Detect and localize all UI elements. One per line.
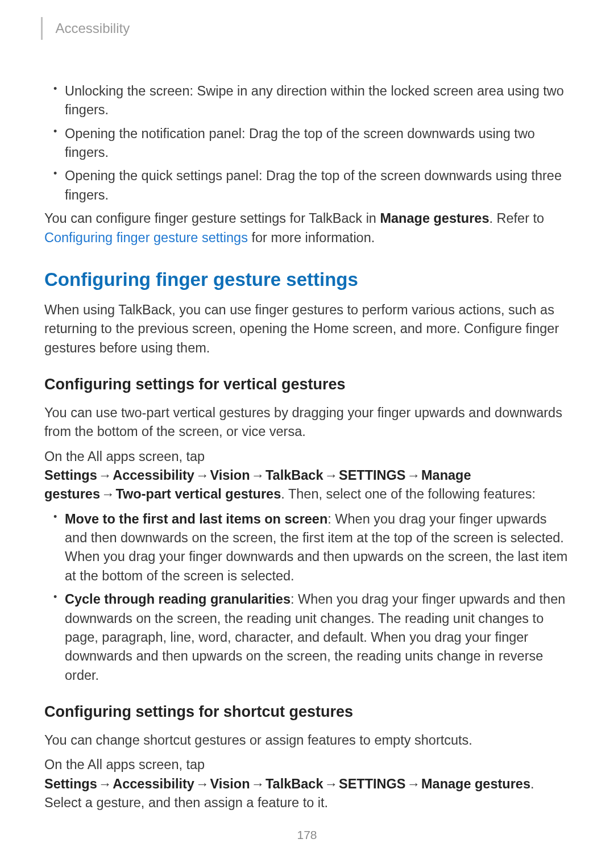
list-item: Opening the quick settings panel: Drag t…: [44, 167, 570, 205]
bold-text: Manage gestures: [380, 211, 489, 226]
nav-step: Vision: [210, 468, 250, 483]
arrow-icon: →: [97, 468, 113, 483]
text-span: You can configure finger gesture setting…: [44, 211, 380, 226]
nav-step: SETTINGS: [339, 468, 406, 483]
nav-step: Settings: [44, 468, 97, 483]
content-area: Unlocking the screen: Swipe in any direc…: [39, 82, 575, 812]
shortcut-para1: You can change shortcut gestures or assi…: [44, 731, 570, 750]
link-configuring-finger-gesture-settings[interactable]: Configuring finger gesture settings: [44, 230, 248, 245]
arrow-icon: →: [405, 468, 421, 483]
list-item: Unlocking the screen: Swipe in any direc…: [44, 82, 570, 120]
vertical-nav-path: On the All apps screen, tap Settings→Acc…: [44, 447, 570, 504]
shortcut-nav-path: On the All apps screen, tap Settings→Acc…: [44, 755, 570, 812]
arrow-icon: →: [250, 468, 266, 483]
arrow-icon: →: [97, 776, 113, 791]
text-span: for more information.: [248, 230, 375, 245]
arrow-icon: →: [323, 468, 339, 483]
bold-text: Move to the first and last items on scre…: [65, 512, 327, 526]
nav-step: Two-part vertical gestures: [115, 487, 281, 501]
header-divider-icon: [41, 17, 43, 40]
bold-text: Cycle through reading granularities: [65, 592, 291, 607]
arrow-icon: →: [323, 776, 339, 791]
nav-step: Accessibility: [113, 468, 194, 483]
vertical-para1: You can use two-part vertical gestures b…: [44, 404, 570, 442]
section-intro-paragraph: When using TalkBack, you can use finger …: [44, 301, 570, 358]
header-category: Accessibility: [55, 20, 130, 36]
nav-step: Settings: [44, 776, 97, 791]
text-span: . Refer to: [489, 211, 544, 226]
arrow-icon: →: [250, 776, 266, 791]
nav-step: Manage gestures: [421, 776, 530, 791]
vertical-bullet-list: Move to the first and last items on scre…: [44, 510, 570, 685]
arrow-icon: →: [194, 468, 210, 483]
text-span: On the All apps screen, tap: [44, 449, 205, 464]
arrow-icon: →: [194, 776, 210, 791]
list-item: Move to the first and last items on scre…: [44, 510, 570, 585]
list-item: Opening the notification panel: Drag the…: [44, 124, 570, 163]
page-container: Accessibility Unlocking the screen: Swip…: [0, 0, 614, 812]
nav-step: SETTINGS: [339, 776, 406, 791]
page-header: Accessibility: [39, 17, 575, 40]
nav-step: Accessibility: [113, 776, 194, 791]
section-heading-configuring-finger-gesture-settings: Configuring finger gesture settings: [44, 269, 570, 290]
arrow-icon: →: [100, 487, 116, 501]
sub-heading-shortcut-gestures: Configuring settings for shortcut gestur…: [44, 703, 570, 721]
config-intro-paragraph: You can configure finger gesture setting…: [44, 209, 570, 247]
text-span: . Then, select one of the following feat…: [281, 487, 536, 501]
nav-step: TalkBack: [265, 468, 323, 483]
nav-step: Vision: [210, 776, 250, 791]
top-bullet-list: Unlocking the screen: Swipe in any direc…: [44, 82, 570, 205]
nav-step: TalkBack: [265, 776, 323, 791]
arrow-icon: →: [405, 776, 421, 791]
text-span: On the All apps screen, tap: [44, 757, 205, 772]
sub-heading-vertical-gestures: Configuring settings for vertical gestur…: [44, 376, 570, 393]
page-number: 178: [0, 828, 614, 842]
list-item: Cycle through reading granularities: Whe…: [44, 590, 570, 685]
